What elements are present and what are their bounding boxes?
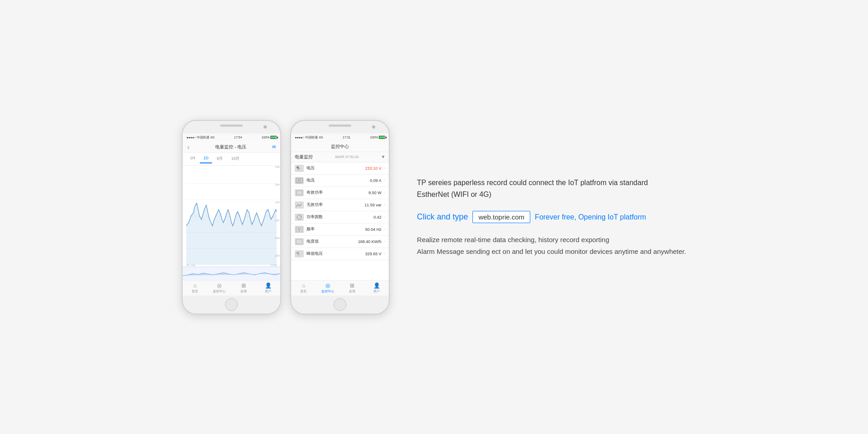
phone-1-nav-user[interactable]: 👤 用户 [256, 282, 280, 294]
frequency-value: 50.04 Hz [365, 227, 382, 232]
phone-1-title: 电量监控 - 电压 [215, 144, 246, 150]
current-icon [295, 177, 304, 184]
data-row-voltage[interactable]: 电压 233.10 V › [291, 162, 389, 175]
home-icon-2: ⌂ [302, 282, 305, 289]
description-line1: Realize remote real-time data checking, … [417, 236, 609, 243]
phone-2-speaker [329, 124, 351, 127]
phone-1-status-bar: ●●●●○ 中国联通 4G 17:54 100% [183, 134, 280, 142]
monitor-icon-2: ◎ [326, 282, 330, 289]
phone-2-expand-icon[interactable]: ▼ [381, 154, 385, 159]
monitor-icon-1: ◎ [217, 282, 222, 289]
phone-2-nav-monitor-label: 监控中心 [321, 289, 334, 294]
phone-2-data-list: 电压 233.10 V › 电流 0.09 A › [291, 162, 389, 280]
power-factor-value: 0.42 [373, 215, 382, 219]
tab-9month[interactable]: 9月 [213, 155, 226, 163]
frequency-arrow: › [384, 227, 386, 231]
reactive-power-icon [295, 201, 304, 209]
phone-2-nav-app-label: 应用 [349, 289, 355, 294]
data-row-frequency[interactable]: 频率 50.04 Hz › [291, 224, 389, 236]
y-label-3: 234 [275, 201, 279, 204]
phone-2-nav-header: 监控中心 [291, 142, 389, 152]
power-factor-arrow: › [384, 215, 386, 219]
peak-voltage-icon [295, 250, 304, 258]
phone-2-screen: 监控中心 电量监控 10/25 17:31:21 ▼ 电压 [291, 142, 389, 296]
headline-line1: TP sereies paperless record could connec… [417, 179, 648, 186]
phone-2-time: 17:31 [343, 136, 351, 139]
user-icon-2: 👤 [373, 282, 380, 289]
description-text: Realize remote real-time data checking, … [417, 234, 686, 257]
phone-2-nav-user[interactable]: 👤 用户 [364, 282, 389, 294]
power-factor-label: 功率因数 [307, 214, 371, 220]
phone-1-nav-app[interactable]: ⊞ 应用 [231, 282, 256, 294]
peak-voltage-arrow: › [384, 252, 386, 256]
active-power-label: 有效功率 [307, 190, 366, 196]
headline-line2: EstherNet (WIFI or 4G) [417, 191, 491, 198]
data-row-energy[interactable]: 电度值 168.40 KW/h › [291, 236, 389, 248]
phone-1-screen: ‹ 电量监控 - 电压 ✉ 1H 1D 9月 10月 [183, 142, 280, 296]
svg-rect-13 [296, 227, 302, 232]
url-box[interactable]: web.toprie.com [472, 211, 530, 223]
click-and-type-label: Click and type [417, 212, 468, 222]
data-row-current[interactable]: 电流 0.09 A › [291, 175, 389, 187]
y-label-5: 230 [275, 237, 279, 239]
tab-1d[interactable]: 1D [200, 155, 212, 163]
tab-1h[interactable]: 1H [186, 155, 199, 163]
phone-1-mail-icon[interactable]: ✉ [272, 144, 276, 149]
headline-text: TP sereies paperless record could connec… [417, 177, 686, 200]
phone-1-home-button[interactable] [225, 298, 238, 311]
phone-1-camera [264, 125, 267, 129]
phone-2-battery-icon [379, 136, 385, 139]
y-label-4: 232 [275, 219, 279, 222]
peak-voltage-value: 329.65 V [365, 252, 382, 256]
svg-rect-10 [297, 191, 302, 195]
phone-1-mini-chart [183, 267, 280, 280]
data-row-peak-voltage[interactable]: 峰值电压 329.65 V › [291, 248, 389, 260]
phone-1-top-bar [183, 121, 280, 134]
phone-2-nav-app[interactable]: ⊞ 应用 [340, 282, 364, 294]
svg-rect-19 [297, 240, 302, 243]
page-container: ●●●●○ 中国联通 4G 17:54 100% ‹ 电量监控 - 电压 ✉ 1… [0, 0, 868, 434]
home-icon-1: ⌂ [193, 282, 197, 289]
y-label-2: 236 [275, 183, 279, 186]
energy-arrow: › [384, 239, 386, 243]
data-row-active-power[interactable]: 有效功率 8.50 W › [291, 187, 389, 199]
svg-line-17 [300, 229, 301, 229]
phone-1-speaker [220, 124, 243, 127]
voltage-icon [295, 165, 304, 172]
current-value: 0.09 A [370, 178, 382, 183]
frequency-icon [295, 226, 304, 233]
tab-10month[interactable]: 10月 [227, 155, 243, 163]
phone-1-nav-monitor[interactable]: ◎ 监控中心 [207, 282, 231, 294]
app-icon-2: ⊞ [350, 282, 354, 289]
phone-2-section-label: 电量监控 [295, 154, 313, 160]
phone-2-date: 10/25 17:31:21 [335, 155, 359, 159]
energy-icon [295, 238, 304, 245]
data-row-power-factor[interactable]: 功率因数 0.42 › [291, 211, 389, 224]
phone-1-back-button[interactable]: ‹ [187, 143, 189, 151]
phone-1-chart-svg [186, 167, 277, 265]
phone-2-monitor-header: 电量监控 10/25 17:31:21 ▼ [291, 152, 389, 162]
phone-2-battery: 100% [370, 136, 385, 139]
data-row-reactive-power[interactable]: 无效功率 11.59 var › [291, 199, 389, 211]
phone-2-battery-label: 100% [370, 136, 378, 139]
phone-2-home-button[interactable] [334, 298, 346, 311]
phone-1-battery-icon [270, 136, 277, 139]
phone-1-nav-app-label: 应用 [241, 289, 247, 294]
y-label-6: 228 [275, 254, 279, 257]
phone-2-nav-monitor[interactable]: ◎ 监控中心 [316, 282, 340, 294]
content-area: TP sereies paperless record could connec… [417, 177, 686, 257]
phone-1-battery-label: 100% [261, 136, 269, 139]
phone-2-nav-user-label: 用户 [373, 289, 380, 294]
svg-line-16 [299, 229, 300, 231]
phone-2-nav-home[interactable]: ⌂ 首页 [291, 282, 316, 294]
phone-1-nav-home[interactable]: ⌂ 首页 [183, 282, 207, 294]
phone-1-nav-home-label: 首页 [192, 289, 198, 294]
chart-y-labels: 238 236 234 232 230 228 [275, 166, 279, 258]
svg-line-14 [297, 228, 298, 229]
voltage-value: 233.10 V [365, 166, 382, 171]
voltage-arrow: › [384, 166, 386, 170]
phone-2-title: 监控中心 [331, 143, 349, 150]
phones-container: ●●●●○ 中国联通 4G 17:54 100% ‹ 电量监控 - 电压 ✉ 1… [182, 120, 390, 315]
phone-1-carrier: ●●●●○ 中国联通 4G [186, 135, 214, 140]
phone-1-battery: 100% [261, 136, 277, 139]
